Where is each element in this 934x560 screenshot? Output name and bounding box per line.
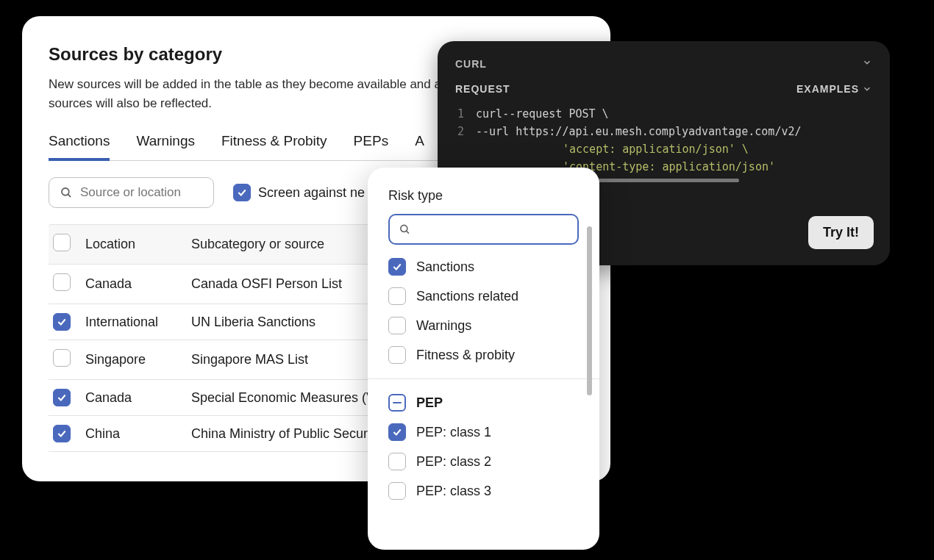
tab-more[interactable]: A [415, 133, 424, 160]
risk-item-warnings[interactable]: Warnings [388, 317, 593, 334]
risk-checkbox[interactable] [388, 346, 406, 364]
risk-label: PEP: class 2 [416, 454, 491, 470]
risk-checkbox[interactable] [388, 453, 406, 470]
risk-checkbox[interactable] [388, 287, 406, 305]
screen-against-checkbox[interactable] [233, 184, 251, 201]
tab-sanctions[interactable]: Sanctions [49, 133, 110, 161]
risk-label: PEP: class 1 [416, 425, 491, 440]
risk-checkbox[interactable] [388, 482, 406, 500]
svg-point-0 [62, 188, 69, 195]
select-all-checkbox[interactable] [53, 234, 71, 251]
svg-line-1 [68, 194, 71, 197]
risk-title: Risk type [388, 188, 593, 204]
row-checkbox[interactable] [53, 313, 71, 331]
tab-peps[interactable]: PEPs [354, 133, 389, 160]
line-number: 2 [455, 123, 476, 140]
examples-label: EXAMPLES [796, 83, 859, 95]
source-search-input[interactable] [80, 185, 203, 200]
row-checkbox[interactable] [53, 273, 71, 291]
risk-label: Sanctions [416, 259, 474, 275]
svg-point-2 [401, 225, 407, 231]
code-token: --request POST \ [502, 105, 609, 123]
try-it-button[interactable]: Try It! [808, 216, 874, 249]
risk-item-sanctions[interactable]: Sanctions [388, 258, 593, 276]
risk-item-pep-class-2[interactable]: PEP: class 2 [388, 453, 593, 470]
tab-fitness-probity[interactable]: Fitness & Probity [221, 133, 327, 160]
risk-checkbox[interactable] [388, 317, 406, 334]
row-checkbox[interactable] [53, 349, 71, 367]
row-location: International [85, 315, 181, 330]
chevron-down-icon [862, 84, 872, 94]
row-location: China [85, 426, 181, 442]
risk-item-fitness-probity[interactable]: Fitness & probity [388, 346, 593, 364]
screen-against-label: Screen against ne [258, 185, 365, 201]
examples-dropdown[interactable]: EXAMPLES [796, 83, 872, 95]
search-icon [60, 186, 73, 199]
code-lang-chevron-icon[interactable] [862, 57, 872, 70]
row-location: Canada [85, 390, 181, 406]
row-location: Canada [85, 276, 181, 292]
row-checkbox[interactable] [53, 425, 71, 442]
risk-list: Sanctions Sanctions related Warnings Fit… [388, 258, 593, 500]
vertical-scrollbar[interactable] [587, 226, 592, 395]
risk-search[interactable] [388, 214, 579, 245]
code-token: 'accept: application/json' \ [563, 140, 749, 158]
risk-separator [368, 378, 599, 379]
risk-search-input[interactable] [411, 223, 568, 236]
risk-label: Sanctions related [416, 289, 518, 304]
code-section-label: REQUEST [455, 83, 510, 95]
risk-checkbox[interactable] [388, 423, 406, 441]
risk-item-sanctions-related[interactable]: Sanctions related [388, 287, 593, 305]
risk-type-popover: Risk type Sanctions Sanctions related Wa… [368, 168, 599, 550]
risk-checkbox-indeterminate[interactable] [388, 394, 406, 412]
screen-against-toggle[interactable]: Screen against ne [233, 184, 365, 201]
risk-label: Fitness & probity [416, 348, 515, 363]
risk-label: PEP: class 3 [416, 484, 491, 499]
svg-line-3 [407, 231, 409, 233]
line-number [455, 140, 476, 158]
row-location: Singapore [85, 352, 181, 367]
source-search[interactable] [49, 177, 214, 208]
risk-item-pep-class-1[interactable]: PEP: class 1 [388, 423, 593, 441]
row-checkbox[interactable] [53, 389, 71, 406]
risk-label: PEP [416, 395, 443, 411]
search-icon [399, 223, 411, 236]
risk-checkbox[interactable] [388, 258, 406, 276]
tab-warnings[interactable]: Warnings [136, 133, 195, 160]
risk-item-pep-class-3[interactable]: PEP: class 3 [388, 482, 593, 500]
col-location: Location [85, 237, 181, 252]
line-number: 1 [455, 105, 476, 123]
risk-label: Warnings [416, 318, 471, 334]
code-token: curl [476, 105, 502, 123]
risk-group-pep[interactable]: PEP [388, 394, 593, 412]
code-lang-label[interactable]: CURL [455, 58, 487, 70]
code-token: --url https://api.eu.mesh.complyadvantag… [476, 123, 802, 140]
